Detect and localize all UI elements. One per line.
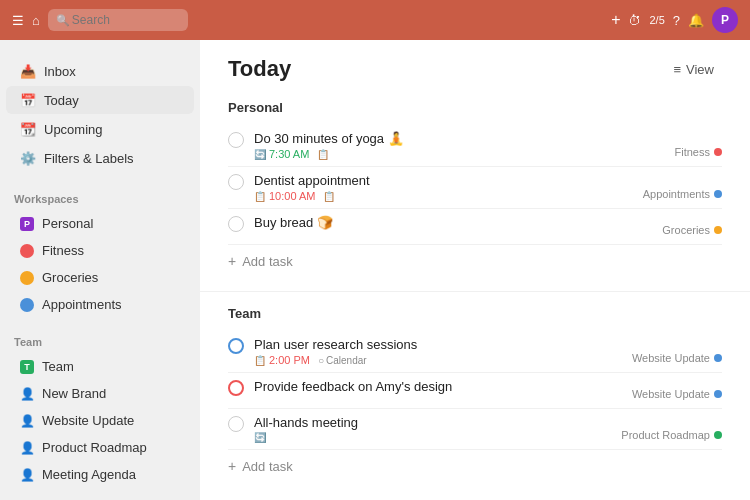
add-task-team[interactable]: + Add task [228, 450, 722, 482]
inbox-icon: 📥 [20, 63, 36, 79]
productroadmap-icon: 👤 [20, 441, 34, 455]
task-label-yoga: Fitness [675, 146, 722, 158]
task-time-yoga: 🔄 7:30 AM [254, 148, 309, 160]
team-icon: T [20, 360, 34, 374]
task-checkbox-research[interactable] [228, 338, 244, 354]
sidebar-item-newbrand[interactable]: 👤 New Brand [6, 381, 194, 406]
task-name-dentist: Dentist appointment [254, 173, 722, 188]
label-dot-bread [714, 226, 722, 234]
calendar-label-research: ○ Calendar [318, 355, 367, 366]
personal-section-title: Personal [228, 100, 722, 115]
workspace-title: Workspaces [14, 193, 79, 205]
team-section-title: Team [228, 306, 722, 321]
task-row: All-hands meeting 🔄 Product Roadmap [228, 409, 722, 450]
recur-icon-allhands: 🔄 [254, 432, 266, 443]
task-label-bread: Groceries [662, 224, 722, 236]
bread-emoji: 🍞 [317, 215, 333, 230]
workspace-label: Website Update [42, 413, 134, 428]
sidebar-item-upcoming[interactable]: 📆 Upcoming [6, 115, 194, 143]
today-icon: 📅 [20, 92, 36, 108]
task-label-feedback: Website Update [632, 388, 722, 400]
task-row: Do 30 minutes of yoga 🧘 🔄 7:30 AM 📋 [228, 125, 722, 167]
task-name-yoga: Do 30 minutes of yoga 🧘 [254, 131, 722, 146]
top-bar: ☰ ⌂ 🔍 + ⏱ 2/5 ? 🔔 P [0, 0, 750, 40]
task-time-dentist: 📋 10:00 AM [254, 190, 315, 202]
sidebar: 📥 Inbox 📅 Today 📆 Upcoming ⚙️ Filters & … [0, 40, 200, 500]
task-label-allhands: Product Roadmap [621, 429, 722, 441]
sidebar-item-websiteupdate[interactable]: 👤 Website Update [6, 408, 194, 433]
task-checkbox-yoga[interactable] [228, 132, 244, 148]
task-checkbox-feedback[interactable] [228, 380, 244, 396]
sidebar-item-productroadmap[interactable]: 👤 Product Roadmap [6, 435, 194, 460]
label-dot-feedback [714, 390, 722, 398]
newbrand-icon: 👤 [20, 387, 34, 401]
personal-icon: P [20, 217, 34, 231]
label-dot-research [714, 354, 722, 362]
websiteupdate-icon: 👤 [20, 414, 34, 428]
timer-icon[interactable]: ⏱ [628, 13, 641, 28]
groceries-icon [20, 271, 34, 285]
main-content: Today ≡ View Personal Do 30 minutes of y… [200, 40, 750, 500]
add-button[interactable]: + [611, 11, 620, 29]
task-row: Provide feedback on Amy's design Website… [228, 373, 722, 409]
calendar-dot-icon: ○ [318, 355, 324, 366]
workspace-label: Groceries [42, 270, 98, 285]
sidebar-item-fitness[interactable]: Fitness [6, 238, 194, 263]
workspace-label: Product Roadmap [42, 440, 147, 455]
task-name-allhands: All-hands meeting [254, 415, 722, 430]
page-title: Today [228, 56, 291, 82]
fitness-icon [20, 244, 34, 258]
add-task-personal[interactable]: + Add task [228, 245, 722, 277]
sidebar-item-label: Upcoming [44, 122, 103, 137]
hamburger-icon[interactable]: ☰ [12, 13, 24, 28]
sidebar-item-label: Inbox [44, 64, 76, 79]
plus-icon-team: + [228, 458, 236, 474]
calendar-icon-yoga: 📋 [317, 149, 329, 160]
calendar-icon-dentist: 📋 [254, 191, 266, 202]
task-row: Dentist appointment 📋 10:00 AM 📋 Appoint… [228, 167, 722, 209]
sidebar-item-today[interactable]: 📅 Today [6, 86, 194, 114]
yoga-emoji: 🧘 [388, 131, 404, 146]
task-row: Plan user research sessions 📋 2:00 PM ○ … [228, 331, 722, 373]
search-input[interactable] [48, 9, 188, 31]
workspace-label: Fitness [42, 243, 84, 258]
plus-icon: + [228, 253, 236, 269]
task-name-bread: Buy bread 🍞 [254, 215, 722, 230]
workspace-label: New Brand [42, 386, 106, 401]
view-button[interactable]: ≡ View [665, 58, 722, 81]
label-dot-allhands [714, 431, 722, 439]
label-dot-dentist [714, 190, 722, 198]
sidebar-item-meetingagenda[interactable]: 👤 Meeting Agenda [6, 462, 194, 487]
calendar-icon-research: 📋 [254, 355, 266, 366]
sidebar-item-filters[interactable]: ⚙️ Filters & Labels [6, 144, 194, 172]
task-label-dentist: Appointments [643, 188, 722, 200]
task-name-research: Plan user research sessions [254, 337, 722, 352]
label-dot-yoga [714, 148, 722, 156]
sidebar-item-appointments[interactable]: Appointments [6, 292, 194, 317]
filters-icon: ⚙️ [20, 150, 36, 166]
sidebar-item-groceries[interactable]: Groceries [6, 265, 194, 290]
notification-icon[interactable]: 🔔 [688, 13, 704, 28]
workspace-label: Team [42, 359, 74, 374]
task-checkbox-dentist[interactable] [228, 174, 244, 190]
personal-section: Personal Do 30 minutes of yoga 🧘 🔄 7:30 … [200, 90, 750, 287]
help-icon[interactable]: ? [673, 13, 680, 28]
sidebar-item-team[interactable]: T Team [6, 354, 194, 379]
task-checkbox-allhands[interactable] [228, 416, 244, 432]
meetingagenda-icon: 👤 [20, 468, 34, 482]
view-icon: ≡ [673, 62, 681, 77]
workspace-label: Personal [42, 216, 93, 231]
sidebar-item-label: Filters & Labels [44, 151, 134, 166]
sidebar-item-label: Today [44, 93, 79, 108]
workspace-label: Meeting Agenda [42, 467, 136, 482]
user-avatar[interactable]: P [712, 7, 738, 33]
sidebar-item-personal[interactable]: P Personal [6, 211, 194, 236]
team-workspace-title: Team [14, 336, 42, 348]
task-time-research: 📋 2:00 PM [254, 354, 310, 366]
recur-icon: 🔄 [254, 149, 266, 160]
upcoming-icon: 📆 [20, 121, 36, 137]
sidebar-item-inbox[interactable]: 📥 Inbox [6, 57, 194, 85]
task-checkbox-bread[interactable] [228, 216, 244, 232]
home-icon[interactable]: ⌂ [32, 13, 40, 28]
workspace-label: Appointments [42, 297, 122, 312]
